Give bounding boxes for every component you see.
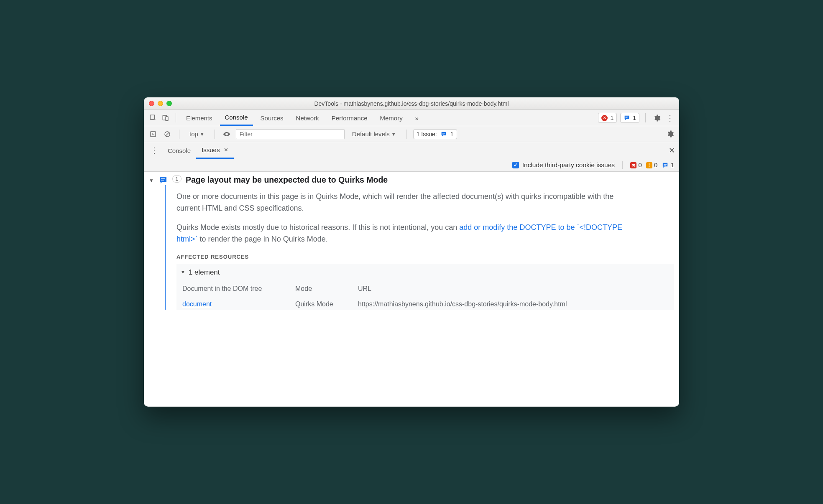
log-levels-selector[interactable]: Default levels ▼ <box>349 126 399 142</box>
live-expression-icon[interactable] <box>222 129 232 139</box>
svg-rect-10 <box>442 134 444 134</box>
settings-icon[interactable] <box>652 113 662 123</box>
issue-description-1: One or more documents in this page is in… <box>176 191 628 214</box>
tab-network[interactable]: Network <box>291 110 324 126</box>
svg-rect-9 <box>442 133 445 133</box>
more-tabs-icon[interactable]: » <box>410 110 424 126</box>
clear-icon[interactable] <box>162 129 172 139</box>
chevron-down-icon: ▼ <box>200 132 204 137</box>
close-drawer-icon[interactable]: ✕ <box>667 145 677 155</box>
issues-options-row: Include third-party cookie issues 0 0 1 <box>144 159 679 171</box>
tab-console[interactable]: Console <box>220 110 253 126</box>
issue-count-badge: 1 <box>172 175 181 183</box>
col-mode: Mode <box>294 281 356 298</box>
issue-counts: 0 0 1 <box>630 161 674 169</box>
error-count-pill[interactable]: 1 <box>598 113 617 123</box>
message-count: 1 <box>633 115 636 121</box>
console-toolbar: top ▼ Default levels ▼ 1 Issue: 1 <box>144 126 679 142</box>
checked-icon <box>512 162 519 168</box>
drawer-more-icon[interactable]: ⋮ <box>146 146 162 155</box>
issue-header[interactable]: ▼ 1 Page layout may be unexpected due to… <box>149 175 674 185</box>
more-icon[interactable]: ⋮ <box>665 113 675 123</box>
tab-sources[interactable]: Sources <box>256 110 289 126</box>
inspect-icon[interactable] <box>148 113 158 123</box>
col-doc: Document in the DOM tree <box>181 281 294 298</box>
caret-down-icon: ▼ <box>149 178 154 183</box>
maximize-window-button[interactable] <box>166 101 172 106</box>
svg-rect-0 <box>150 115 155 120</box>
svg-rect-14 <box>161 180 164 181</box>
mode-cell: Quirks Mode <box>294 298 356 310</box>
execute-icon[interactable] <box>148 129 158 139</box>
tab-performance[interactable]: Performance <box>327 110 373 126</box>
svg-point-8 <box>226 133 227 135</box>
filter-input[interactable] <box>236 129 345 139</box>
affected-count-row[interactable]: ▼ 1 element <box>181 267 670 278</box>
url-cell: https://mathiasbynens.github.io/css-dbg-… <box>356 298 670 310</box>
message-icon <box>158 175 168 185</box>
svg-rect-2 <box>166 117 168 121</box>
separator <box>215 130 215 139</box>
issue-title: Page layout may be unexpected due to Qui… <box>186 175 388 185</box>
console-settings-icon[interactable] <box>665 129 675 139</box>
svg-line-7 <box>166 132 169 136</box>
window-controls <box>149 101 172 106</box>
window-title: DevTools - mathiasbynens.github.io/css-d… <box>144 100 679 107</box>
error-icon <box>601 115 608 121</box>
affected-resources-box: ▼ 1 element Document in the DOM tree Mod… <box>176 264 674 310</box>
issues-pill[interactable]: 1 Issue: 1 <box>413 129 457 139</box>
error-badge-icon <box>630 162 636 168</box>
error-count: 1 <box>610 115 613 121</box>
svg-rect-13 <box>161 178 165 179</box>
col-url: URL <box>356 281 670 298</box>
main-toolbar: Elements Console Sources Network Perform… <box>144 110 679 126</box>
svg-rect-4 <box>626 117 628 118</box>
message-icon <box>440 131 447 137</box>
affected-resources-label: AFFECTED RESOURCES <box>176 253 674 261</box>
drawer-tab-issues[interactable]: Issues ✕ <box>196 143 234 159</box>
message-badge-icon <box>662 162 669 169</box>
svg-rect-3 <box>626 117 629 117</box>
issue-description-2: Quirks Mode exists mostly due to histori… <box>176 222 628 245</box>
separator <box>406 130 406 139</box>
document-link[interactable]: document <box>182 300 212 308</box>
separator <box>645 113 646 122</box>
issue-body: One or more documents in this page is in… <box>165 185 674 310</box>
drawer-tab-console[interactable]: Console <box>162 143 196 159</box>
third-party-checkbox[interactable]: Include third-party cookie issues <box>512 161 615 169</box>
close-window-button[interactable] <box>149 101 154 106</box>
minimize-window-button[interactable] <box>158 101 163 106</box>
titlebar: DevTools - mathiasbynens.github.io/css-d… <box>144 97 679 110</box>
device-mode-icon[interactable] <box>161 113 171 123</box>
separator <box>179 130 179 139</box>
message-icon <box>624 115 630 121</box>
affected-table: Document in the DOM tree Mode URL docume… <box>181 281 670 310</box>
context-selector[interactable]: top ▼ <box>186 126 208 142</box>
tab-elements[interactable]: Elements <box>181 110 217 126</box>
warning-badge-icon <box>646 162 652 168</box>
separator <box>622 161 623 169</box>
chevron-down-icon: ▼ <box>391 132 396 137</box>
separator <box>176 113 176 122</box>
message-count-pill[interactable]: 1 <box>620 113 639 123</box>
drawer-tabs-bar: ⋮ Console Issues ✕ ✕ Include third-party… <box>144 142 679 172</box>
close-tab-icon[interactable]: ✕ <box>224 147 228 153</box>
devtools-window: DevTools - mathiasbynens.github.io/css-d… <box>144 97 679 407</box>
issues-panel: ▼ 1 Page layout may be unexpected due to… <box>144 172 679 407</box>
caret-down-icon: ▼ <box>181 269 185 276</box>
tab-memory[interactable]: Memory <box>375 110 408 126</box>
svg-rect-11 <box>664 164 667 164</box>
svg-rect-12 <box>664 165 666 165</box>
